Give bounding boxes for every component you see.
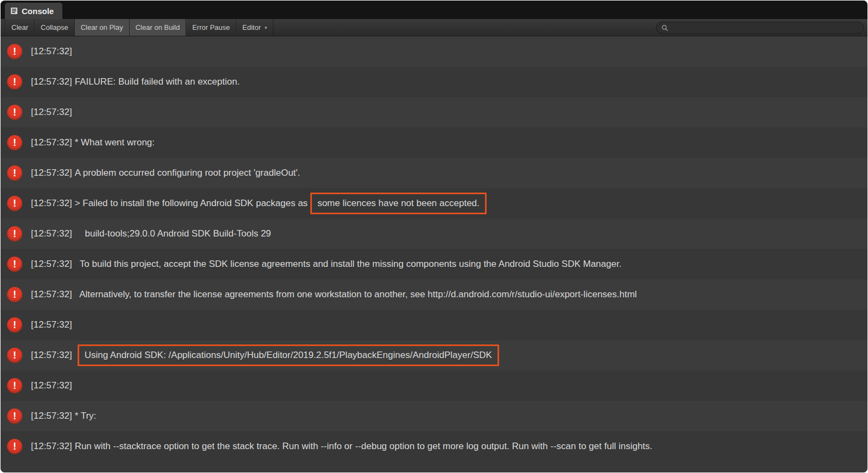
toolbar-button-clear-on-play[interactable]: Clear on Play xyxy=(75,19,130,36)
log-timestamp: [12:57:32] xyxy=(31,107,72,118)
log-message: [12:57:32] Alternatively, to transfer th… xyxy=(31,289,637,300)
log-timestamp: [12:57:32] xyxy=(31,168,72,178)
log-list: ! [12:57:32] ! [12:57:32]FAILURE: Build … xyxy=(1,36,867,472)
error-icon: ! xyxy=(7,74,22,90)
highlight-box: Using Android SDK: /Applications/Unity/H… xyxy=(78,344,499,366)
log-timestamp: [12:57:32] xyxy=(31,259,72,270)
search-input[interactable] xyxy=(672,24,859,31)
toolbar-button-collapse[interactable]: Collapse xyxy=(35,19,75,36)
log-row[interactable]: ! [12:57:32]* What went wrong: xyxy=(1,127,867,158)
toolbar-button-label: Clear on Build xyxy=(136,23,180,31)
error-icon: ! xyxy=(7,165,22,181)
log-text: Alternatively, to transfer the license a… xyxy=(75,289,637,300)
log-row[interactable]: ! [12:57:32] xyxy=(1,370,867,401)
log-message: [12:57:32]* Try: xyxy=(31,411,96,421)
log-timestamp: [12:57:32] xyxy=(31,350,72,361)
toolbar-button-clear[interactable]: Clear xyxy=(5,19,35,36)
log-text: FAILURE: Build failed with an exception. xyxy=(75,76,240,87)
log-message: [12:57:32] To build this project, accept… xyxy=(31,259,622,270)
toolbar-button-label: Collapse xyxy=(41,23,68,31)
log-message: [12:57:32] xyxy=(31,380,75,391)
log-timestamp: [12:57:32] xyxy=(31,289,72,300)
log-row[interactable]: ! [12:57:32] Alternatively, to transfer … xyxy=(1,279,867,310)
error-icon: ! xyxy=(7,378,22,393)
error-icon: ! xyxy=(7,135,22,150)
log-row[interactable]: ! [12:57:32]> Failed to install the foll… xyxy=(1,188,867,219)
log-text: build-tools;29.0.0 Android SDK Build-Too… xyxy=(75,228,271,239)
toolbar-button-label: Error Pause xyxy=(192,23,229,31)
log-row[interactable]: ! [12:57:32] build-tools;29.0.0 Android … xyxy=(1,219,867,249)
chevron-down-icon: ▾ xyxy=(265,25,267,30)
log-timestamp: [12:57:32] xyxy=(31,137,72,148)
log-timestamp: [12:57:32] xyxy=(31,76,72,87)
log-text: > Failed to install the following Androi… xyxy=(75,198,308,209)
log-message: [12:57:32] xyxy=(31,107,75,118)
log-row[interactable]: ! [12:57:32]Run with --stacktrace option… xyxy=(1,431,867,462)
log-timestamp: [12:57:32] xyxy=(31,411,72,421)
log-row[interactable]: ! [12:57:32]A problem occurred configuri… xyxy=(1,158,867,188)
toolbar-button-label: Clear xyxy=(11,23,28,31)
error-icon: ! xyxy=(7,226,22,241)
log-text: Run with --stacktrace option to get the … xyxy=(75,441,653,452)
log-message: [12:57:32]* What went wrong: xyxy=(31,137,155,148)
log-row[interactable]: ! [12:57:32]* Try: xyxy=(1,401,867,431)
log-message: [12:57:32] xyxy=(31,319,75,330)
log-row[interactable]: ! [12:57:32]FAILURE: Build failed with a… xyxy=(1,67,867,97)
log-message: [12:57:32]Run with --stacktrace option t… xyxy=(31,441,653,452)
log-timestamp: [12:57:32] xyxy=(31,319,72,330)
log-message: [12:57:32]> Failed to install the follow… xyxy=(31,193,487,214)
error-icon: ! xyxy=(7,257,22,272)
error-icon: ! xyxy=(7,348,22,363)
error-icon: ! xyxy=(7,44,22,59)
log-message: [12:57:32]FAILURE: Build failed with an … xyxy=(31,76,240,87)
log-message: [12:57:32]Using Android SDK: /Applicatio… xyxy=(31,344,499,366)
log-timestamp: [12:57:32] xyxy=(31,198,72,209)
toolbar-button-error-pause[interactable]: Error Pause xyxy=(186,19,236,36)
tab-console[interactable]: Console xyxy=(5,3,62,19)
tab-label: Console xyxy=(22,7,54,16)
toolbar-button-label: Clear on Play xyxy=(81,23,123,31)
log-timestamp: [12:57:32] xyxy=(31,441,72,452)
error-icon: ! xyxy=(7,317,22,333)
error-icon: ! xyxy=(7,105,22,120)
log-message: [12:57:32] build-tools;29.0.0 Android SD… xyxy=(31,228,271,239)
log-text: A problem occurred configuring root proj… xyxy=(75,168,301,178)
log-message: [12:57:32]A problem occurred configuring… xyxy=(31,168,300,178)
log-text: To build this project, accept the SDK li… xyxy=(75,259,622,270)
toolbar-button-editor[interactable]: Editor ▾ xyxy=(237,19,274,36)
log-row[interactable]: ! [12:57:32]Using Android SDK: /Applicat… xyxy=(1,340,867,370)
log-timestamp: [12:57:32] xyxy=(31,380,72,391)
error-icon: ! xyxy=(7,287,22,302)
log-row[interactable]: ! [12:57:32] To build this project, acce… xyxy=(1,249,867,279)
log-message: [12:57:32] xyxy=(31,46,75,57)
highlight-box: some licences have not been accepted. xyxy=(310,193,487,214)
console-list-icon xyxy=(10,7,18,15)
toolbar-button-group: Clear Collapse Clear on Play Clear on Bu… xyxy=(1,19,273,36)
unity-console-window: Console Clear Collapse Clear on Play Cle… xyxy=(1,1,867,472)
log-text: * What went wrong: xyxy=(75,137,155,148)
error-icon: ! xyxy=(7,196,22,211)
log-timestamp: [12:57:32] xyxy=(31,228,72,239)
toolbar: Clear Collapse Clear on Play Clear on Bu… xyxy=(1,19,867,36)
log-timestamp: [12:57:32] xyxy=(31,46,72,57)
log-row[interactable]: ! [12:57:32] xyxy=(1,36,867,67)
log-row[interactable]: ! [12:57:32] xyxy=(1,310,867,340)
toolbar-button-clear-on-build[interactable]: Clear on Build xyxy=(130,19,187,36)
log-text: * Try: xyxy=(75,411,97,421)
search-box[interactable] xyxy=(656,22,864,34)
search-icon xyxy=(661,24,668,31)
error-icon: ! xyxy=(7,439,22,454)
error-icon: ! xyxy=(7,408,22,424)
toolbar-button-label: Editor xyxy=(242,23,261,31)
tab-bar: Console xyxy=(1,1,867,19)
log-row[interactable]: ! [12:57:32] xyxy=(1,97,867,127)
